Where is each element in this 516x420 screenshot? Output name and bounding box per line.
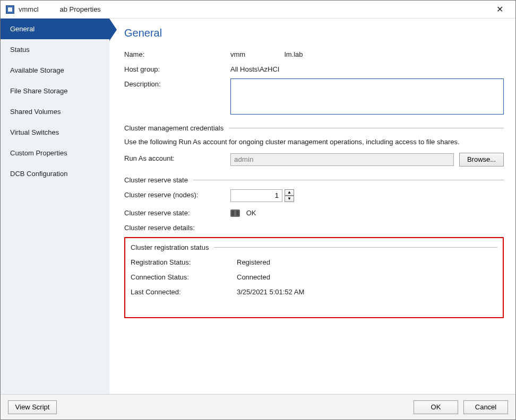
conn-status-label: Connection Status: (131, 272, 237, 281)
name-value: vmm lm.lab (230, 49, 504, 58)
runas-label: Run As account: (124, 153, 230, 162)
main-panel: General Name: vmm lm.lab Host group: All… (109, 19, 515, 394)
reserve-nodes-input[interactable] (230, 189, 282, 202)
sidebar-item-status[interactable]: Status (1, 39, 109, 60)
ok-button[interactable]: OK (414, 400, 458, 414)
sidebar-item-label: General (10, 25, 35, 33)
reserve-state-value: OK (230, 207, 504, 217)
reg-status-value: Registered (237, 257, 497, 266)
title-suffix: ab Properties (60, 5, 101, 13)
sidebar-item-label: Shared Volumes (10, 108, 61, 116)
sidebar-item-available-storage[interactable]: Available Storage (1, 60, 109, 81)
conn-status-value: Connected (237, 272, 497, 281)
reg-status-label: Registration Status: (131, 257, 237, 266)
sidebar: General Status Available Storage File Sh… (1, 19, 109, 394)
sidebar-item-label: Status (10, 46, 30, 54)
sidebar-item-custom-properties[interactable]: Custom Properties (1, 143, 109, 163)
sidebar-item-label: Custom Properties (10, 149, 67, 157)
reserve-heading: Cluster reserve state (124, 176, 504, 184)
app-icon (6, 5, 14, 14)
sidebar-item-label: File Share Storage (10, 87, 67, 95)
server-icon (230, 209, 240, 217)
last-connected-label: Last Connected: (131, 286, 237, 296)
browse-button[interactable]: Browse... (459, 153, 504, 167)
description-input[interactable] (230, 78, 504, 115)
credentials-helper: Use the following Run As account for ong… (124, 137, 504, 147)
reserve-state-label: Cluster reserve state: (124, 207, 230, 217)
reserve-details-label: Cluster reserve details: (124, 222, 230, 232)
description-label: Description: (124, 78, 230, 88)
sidebar-item-dcb-configuration[interactable]: DCB Configuration (1, 163, 109, 184)
title-prefix: vmmcl (19, 5, 39, 13)
page-title: General (124, 27, 504, 39)
dialog-titlebar: vmmcl ab Properties ✕ (1, 1, 515, 19)
hostgroup-value: All Hosts\AzHCI (230, 64, 504, 73)
runas-account-input[interactable] (230, 153, 454, 166)
close-button[interactable]: ✕ (489, 1, 510, 19)
sidebar-item-virtual-switches[interactable]: Virtual Switches (1, 122, 109, 143)
nodes-step-up[interactable]: ▲ (285, 189, 294, 196)
credentials-heading: Cluster management credentials (124, 124, 504, 132)
last-connected-value: 3/25/2021 5:01:52 AM (237, 286, 497, 296)
registration-highlight: Cluster registration status Registration… (124, 237, 504, 318)
sidebar-item-general[interactable]: General (1, 19, 109, 39)
nodes-step-down[interactable]: ▼ (285, 196, 294, 202)
dialog-footer: View Script OK Cancel (1, 394, 515, 419)
hostgroup-label: Host group: (124, 64, 230, 73)
reserve-nodes-label: Cluster reserve (nodes): (124, 189, 230, 199)
cancel-button[interactable]: Cancel (463, 400, 508, 414)
properties-dialog: vmmcl ab Properties ✕ General Status Ava… (0, 0, 516, 420)
reserve-details-value (230, 222, 504, 224)
close-icon: ✕ (496, 4, 503, 14)
registration-heading: Cluster registration status (131, 243, 497, 251)
sidebar-item-label: DCB Configuration (10, 170, 67, 178)
sidebar-item-file-share-storage[interactable]: File Share Storage (1, 81, 109, 101)
view-script-button[interactable]: View Script (8, 400, 57, 414)
name-label: Name: (124, 49, 230, 58)
sidebar-item-label: Available Storage (10, 66, 64, 74)
sidebar-item-shared-volumes[interactable]: Shared Volumes (1, 101, 109, 122)
sidebar-item-label: Virtual Switches (10, 128, 59, 136)
